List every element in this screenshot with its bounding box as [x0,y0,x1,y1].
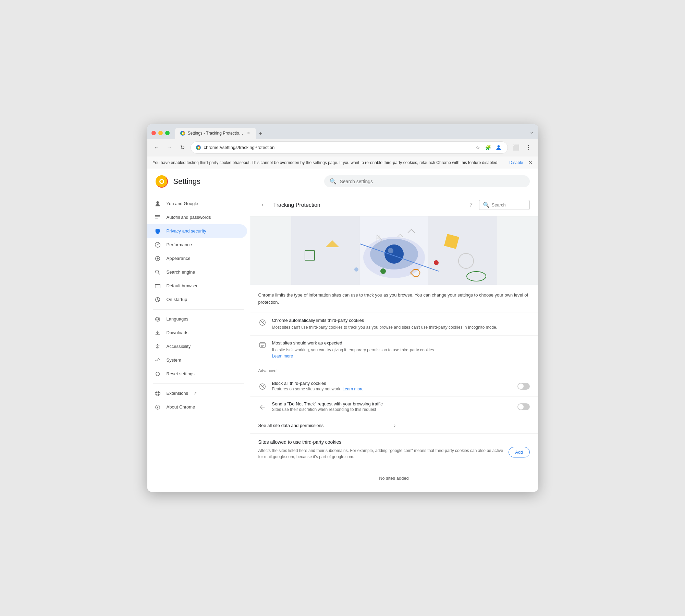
sidebar-item-search-engine[interactable]: Search engine [147,265,247,279]
tp-search-container[interactable]: 🔍 [479,200,530,210]
svg-point-42 [434,260,439,265]
svg-rect-18 [155,284,160,285]
tp-search-input[interactable] [492,202,526,208]
settings-search-input[interactable] [340,179,524,184]
do-not-track-row: Send a "Do Not Track" request with your … [250,397,538,417]
sidebar-item-default-browser[interactable]: Default browser [147,279,247,293]
sidebar-label-extensions: Extensions [167,391,188,396]
address-actions: ☆ 🧩 [474,143,503,152]
do-not-track-toggle[interactable] [517,403,530,410]
address-bar[interactable]: chrome://settings/trackingProtection ☆ 🧩 [191,141,508,154]
sidebar-item-on-startup[interactable]: On startup [147,293,247,306]
svg-point-4 [497,145,500,148]
sidebar-item-reset-settings[interactable]: Reset settings [147,367,247,381]
new-tab-button[interactable]: + [256,129,266,139]
add-site-button[interactable]: Add [509,447,529,457]
close-window-button[interactable] [151,131,156,135]
sidebar-label-reset-settings: Reset settings [167,371,195,376]
sidebar-label-about-chrome: About Chrome [167,404,195,410]
tracking-protection-header: ← Tracking Protection ? 🔍 [250,194,538,216]
tab-title: Settings - Tracking Protectio… [188,131,243,136]
extensions-puzzle-icon[interactable]: 🧩 [484,143,492,152]
back-button[interactable]: ← [151,142,162,153]
svg-point-8 [156,201,159,204]
svg-line-47 [260,320,265,325]
feature-auto-limit-desc: Most sites can't use third-party cookies… [272,324,498,330]
toolbar-right: ⬜ ⋮ [511,142,534,153]
settings-title: Settings [173,177,201,186]
no-sites-label: No sites added [258,470,530,486]
learn-more-sites-link[interactable]: Learn more [272,354,293,359]
more-menu-icon[interactable]: ⋮ [523,142,534,153]
sidebar-label-appearance: Appearance [167,256,191,261]
tp-search-icon: 🔍 [483,202,490,208]
shield-icon [154,228,161,235]
settings-body: You and Google Autofill and passwords Pr… [147,194,538,492]
settings-main: Settings 🔍 You and Google [147,169,538,492]
block-all-cookies-toggle[interactable] [517,383,530,390]
side-panel-icon[interactable]: ⬜ [511,142,522,153]
maximize-window-button[interactable] [165,131,170,135]
svg-rect-31 [428,216,497,285]
do-not-track-desc: Sites use their discretion when respondi… [272,407,512,412]
see-all-site-data-row[interactable]: See all site data and permissions › [250,417,538,434]
site-info-icon[interactable] [196,145,201,150]
close-tab-button[interactable]: ✕ [246,130,251,136]
notification-close-button[interactable]: ✕ [528,160,533,165]
person-icon [154,200,161,207]
sidebar-item-downloads[interactable]: Downloads [147,326,247,340]
block-all-cookies-title: Block all third-party cookies [272,381,512,386]
sidebar-item-performance[interactable]: Performance [147,238,247,252]
settings-header: Settings 🔍 [147,169,538,194]
sidebar-divider-1 [153,309,244,310]
settings-search-container[interactable]: 🔍 [324,175,530,187]
help-icon[interactable]: ? [466,200,476,210]
active-tab[interactable]: Settings - Tracking Protectio… ✕ [175,128,256,139]
sidebar: You and Google Autofill and passwords Pr… [147,194,250,492]
notification-bar: You have enabled testing third-party coo… [147,156,538,169]
sidebar-item-extensions[interactable]: Extensions ↗ [147,387,247,400]
reload-button[interactable]: ↻ [178,142,188,153]
hero-illustration [250,216,538,285]
advanced-label: Advanced [250,364,538,376]
svg-point-15 [157,257,158,259]
reset-icon [154,370,161,377]
sidebar-label-on-startup: On startup [167,297,187,302]
profile-icon[interactable] [494,143,503,152]
startup-icon [154,296,161,303]
svg-rect-11 [155,218,158,218]
sidebar-item-autofill[interactable]: Autofill and passwords [147,211,247,224]
svg-point-34 [384,244,404,264]
svg-point-1 [182,132,183,134]
languages-icon [154,316,161,323]
sidebar-item-system[interactable]: System [147,353,247,367]
sidebar-item-accessibility[interactable]: Accessibility [147,340,247,353]
svg-point-38 [354,267,358,272]
tp-header-right: ? 🔍 [466,200,530,210]
tab-favicon [180,130,185,136]
feature-auto-limit-text: Chrome automatically limits third-party … [272,318,498,330]
sidebar-item-you-and-google[interactable]: You and Google [147,197,247,211]
appearance-icon [154,255,161,262]
notification-disable-link[interactable]: Disable [509,160,523,165]
sidebar-item-privacy[interactable]: Privacy and security [147,224,247,238]
browser-window: Settings - Tracking Protectio… ✕ + ⌄ ← →… [147,124,538,492]
sidebar-label-languages: Languages [167,316,188,322]
tracking-protection-title: Tracking Protection [273,202,320,208]
sites-work-icon [258,341,267,349]
sidebar-item-appearance[interactable]: Appearance [147,252,247,265]
sidebar-label-privacy: Privacy and security [167,228,206,234]
sites-allowed-title: Sites allowed to use third-party cookies [258,439,503,445]
bookmark-icon[interactable]: ☆ [474,143,482,152]
content-panel: ← Tracking Protection ? 🔍 [250,194,538,492]
minimize-window-button[interactable] [158,131,163,135]
window-controls-right[interactable]: ⌄ [529,128,534,138]
sidebar-item-about-chrome[interactable]: About Chrome [147,400,247,414]
forward-button[interactable]: → [164,142,175,153]
back-to-privacy-button[interactable]: ← [258,200,269,211]
title-bar: Settings - Tracking Protectio… ✕ + ⌄ [147,124,538,139]
sidebar-item-languages[interactable]: Languages [147,312,247,326]
do-not-track-icon [258,403,267,411]
block-all-learn-more-link[interactable]: Learn more [343,387,364,391]
svg-point-7 [160,180,163,183]
